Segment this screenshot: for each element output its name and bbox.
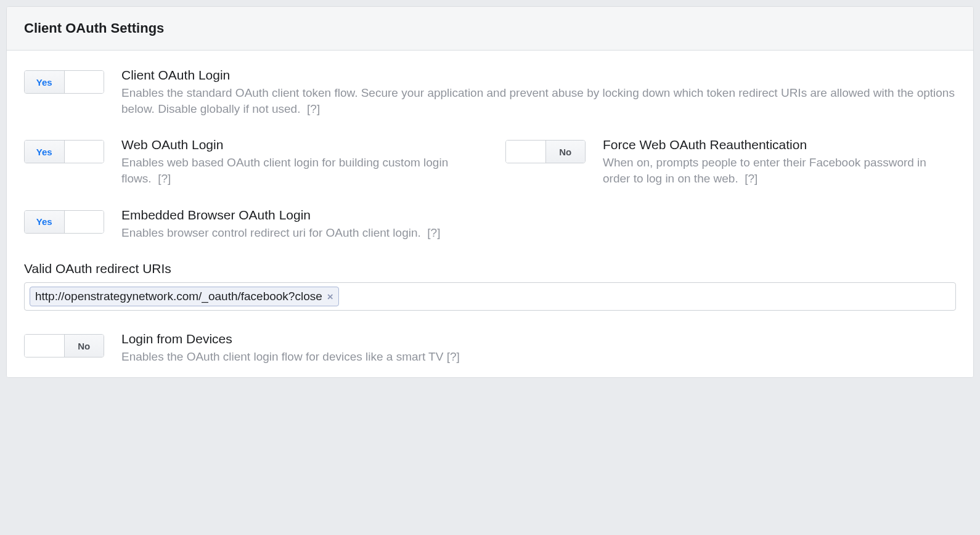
help-icon[interactable]: [?] bbox=[447, 350, 460, 363]
toggle-yes-label: Yes bbox=[25, 211, 65, 233]
setting-col: Yes Client OAuth Login Enables the stand… bbox=[24, 68, 956, 116]
setting-text: Embedded Browser OAuth Login Enables bro… bbox=[121, 208, 475, 241]
toggle-empty bbox=[65, 141, 104, 163]
setting-row-web-oauth: Yes Web OAuth Login Enables web based OA… bbox=[24, 137, 956, 186]
setting-text: Web OAuth Login Enables web based OAuth … bbox=[121, 137, 475, 186]
toggle-empty bbox=[25, 335, 64, 357]
toggle-yes-label: Yes bbox=[25, 141, 65, 163]
redirect-uri-token[interactable]: http://openstrategynetwork.com/_oauth/fa… bbox=[30, 287, 339, 306]
toggle-web-oauth-login[interactable]: Yes bbox=[24, 140, 104, 163]
help-icon[interactable]: [?] bbox=[427, 226, 440, 239]
setting-desc: Enables the standard OAuth client token … bbox=[121, 85, 956, 116]
setting-text: Force Web OAuth Reauthentication When on… bbox=[603, 137, 956, 186]
toggle-empty bbox=[65, 71, 104, 93]
setting-desc: Enables the OAuth client login flow for … bbox=[121, 349, 475, 365]
panel-body: Yes Client OAuth Login Enables the stand… bbox=[7, 51, 973, 377]
redirect-uris-label: Valid OAuth redirect URIs bbox=[24, 261, 956, 276]
setting-desc: When on, prompts people to enter their F… bbox=[603, 155, 956, 186]
toggle-empty bbox=[506, 141, 545, 163]
oauth-settings-panel: Client OAuth Settings Yes Client OAuth L… bbox=[6, 6, 974, 378]
redirect-uris-section: Valid OAuth redirect URIs http://openstr… bbox=[24, 261, 956, 311]
setting-desc: Enables web based OAuth client login for… bbox=[121, 155, 475, 186]
panel-title: Client OAuth Settings bbox=[7, 7, 973, 51]
setting-title: Embedded Browser OAuth Login bbox=[121, 208, 475, 223]
toggle-login-devices[interactable]: No bbox=[24, 334, 104, 357]
redirect-uri-text: http://openstrategynetwork.com/_oauth/fa… bbox=[35, 290, 322, 303]
redirect-uris-input[interactable]: http://openstrategynetwork.com/_oauth/fa… bbox=[24, 282, 956, 311]
setting-text: Login from Devices Enables the OAuth cli… bbox=[121, 332, 475, 365]
setting-title: Force Web OAuth Reauthentication bbox=[603, 137, 956, 152]
setting-title: Login from Devices bbox=[121, 332, 475, 346]
toggle-force-reauth[interactable]: No bbox=[505, 140, 586, 163]
setting-title: Web OAuth Login bbox=[121, 137, 475, 152]
toggle-no-label: No bbox=[545, 141, 586, 163]
setting-col: Yes Web OAuth Login Enables web based OA… bbox=[24, 137, 475, 186]
toggle-empty bbox=[65, 211, 104, 233]
toggle-yes-label: Yes bbox=[25, 71, 65, 93]
setting-desc: Enables browser control redirect uri for… bbox=[121, 225, 475, 241]
toggle-client-oauth-login[interactable]: Yes bbox=[24, 70, 104, 94]
toggle-no-label: No bbox=[64, 335, 104, 357]
help-icon[interactable]: [?] bbox=[307, 102, 320, 115]
help-icon[interactable]: [?] bbox=[158, 172, 171, 185]
setting-title: Client OAuth Login bbox=[121, 68, 956, 83]
close-icon[interactable]: × bbox=[327, 292, 333, 302]
toggle-embedded-browser[interactable]: Yes bbox=[24, 210, 104, 234]
setting-row-embedded: Yes Embedded Browser OAuth Login Enables… bbox=[24, 208, 956, 241]
setting-text: Client OAuth Login Enables the standard … bbox=[121, 68, 956, 116]
setting-col: Yes Embedded Browser OAuth Login Enables… bbox=[24, 208, 475, 241]
setting-row-client-oauth: Yes Client OAuth Login Enables the stand… bbox=[24, 68, 956, 116]
setting-row-devices: No Login from Devices Enables the OAuth … bbox=[24, 332, 956, 365]
setting-col: No Force Web OAuth Reauthentication When… bbox=[505, 137, 956, 186]
help-icon[interactable]: [?] bbox=[745, 172, 757, 185]
setting-col: No Login from Devices Enables the OAuth … bbox=[24, 332, 475, 365]
